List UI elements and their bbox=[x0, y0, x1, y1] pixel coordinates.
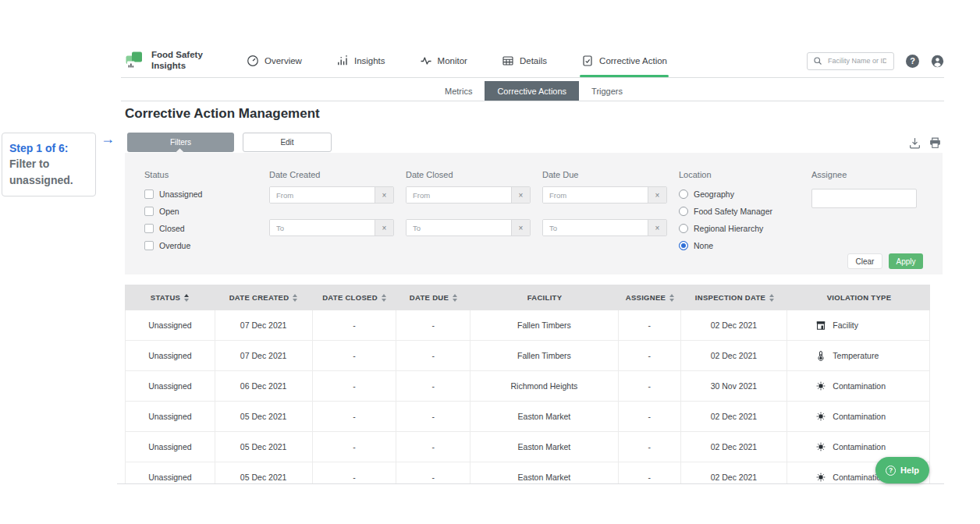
column-header-facility: FACILITY bbox=[470, 293, 619, 302]
column-header-assignee[interactable]: ASSIGNEE bbox=[619, 293, 681, 302]
status-option-closed[interactable]: Closed bbox=[144, 223, 202, 234]
gauge-icon bbox=[247, 55, 259, 67]
table-row[interactable]: Unassigned06 Dec 2021--Richmond Heights-… bbox=[125, 371, 930, 402]
cell-value: - bbox=[431, 442, 435, 451]
to-date-input[interactable] bbox=[543, 220, 648, 235]
table-row[interactable]: Unassigned05 Dec 2021--Easton Market-02 … bbox=[125, 462, 930, 483]
apply-button[interactable]: Apply bbox=[889, 253, 923, 269]
cell-date_closed: - bbox=[313, 432, 397, 462]
location-option-food-safety-manager[interactable]: Food Safety Manager bbox=[679, 206, 772, 217]
to-date-input-group: × bbox=[406, 219, 531, 236]
clear-date-icon[interactable]: × bbox=[511, 220, 530, 235]
column-header-inspection-date[interactable]: INSPECTION DATE bbox=[681, 293, 788, 302]
table-row[interactable]: Unassigned05 Dec 2021--Easton Market-02 … bbox=[125, 432, 930, 462]
subtab-divider bbox=[121, 101, 944, 101]
from-date-input[interactable] bbox=[270, 187, 375, 203]
pulse-icon bbox=[420, 55, 432, 67]
assignee-input[interactable] bbox=[811, 189, 917, 208]
sort-icon bbox=[293, 294, 297, 302]
step-label: Step 1 of 6: bbox=[9, 142, 68, 154]
date-filter-label: Date Closed bbox=[406, 170, 531, 179]
location-option-regional-hierarchy[interactable]: Regional Hierarchy bbox=[679, 223, 772, 234]
food-safety-logo bbox=[125, 51, 145, 71]
checkbox-unassigned[interactable] bbox=[144, 189, 154, 199]
date-filter-group-date-due: Date Due×× bbox=[542, 170, 667, 236]
status-option-open[interactable]: Open bbox=[144, 206, 202, 217]
column-header-label: VIOLATION TYPE bbox=[827, 293, 892, 302]
date-filter-group-date-closed: Date Closed×× bbox=[406, 170, 531, 236]
to-date-input[interactable] bbox=[407, 220, 511, 235]
nav-item-label: Insights bbox=[354, 56, 385, 66]
clear-date-icon[interactable]: × bbox=[375, 187, 393, 203]
clear-button[interactable]: Clear bbox=[847, 253, 882, 269]
cell-date_due: - bbox=[396, 432, 470, 462]
clear-date-icon[interactable]: × bbox=[648, 187, 666, 203]
cell-value: - bbox=[431, 381, 435, 391]
table-row[interactable]: Unassigned07 Dec 2021--Fallen Timbers-02… bbox=[125, 310, 930, 341]
checkbox-closed[interactable] bbox=[144, 224, 154, 233]
cell-date_closed: - bbox=[313, 462, 397, 483]
nav-item-details[interactable]: Details bbox=[502, 44, 547, 77]
status-option-unassigned[interactable]: Unassigned bbox=[144, 189, 202, 200]
nav-item-monitor[interactable]: Monitor bbox=[420, 44, 467, 77]
radio-geography[interactable] bbox=[679, 189, 688, 199]
print-icon[interactable] bbox=[929, 136, 942, 150]
radio-food-safety-manager[interactable] bbox=[679, 207, 688, 216]
cell-value: Unassigned bbox=[148, 473, 191, 482]
nav-item-overview[interactable]: Overview bbox=[247, 44, 302, 77]
cell-value: 05 Dec 2021 bbox=[240, 473, 287, 482]
cell-date_due: - bbox=[396, 371, 470, 401]
cell-status: Unassigned bbox=[126, 310, 215, 340]
checkbox-overdue[interactable] bbox=[144, 241, 154, 250]
cell-date_due: - bbox=[396, 402, 470, 431]
clear-date-icon[interactable]: × bbox=[511, 187, 530, 203]
column-header-status[interactable]: STATUS bbox=[125, 293, 215, 302]
column-header-date-due[interactable]: DATE DUE bbox=[396, 293, 470, 302]
user-icon[interactable] bbox=[931, 55, 944, 68]
sort-icon bbox=[669, 294, 674, 302]
cell-value: - bbox=[353, 473, 356, 482]
status-option-overdue[interactable]: Overdue bbox=[144, 240, 202, 251]
bar-chart-icon bbox=[336, 55, 349, 67]
radio-regional-hierarchy[interactable] bbox=[679, 224, 688, 233]
download-icon[interactable] bbox=[908, 136, 921, 150]
edit-button[interactable]: Edit bbox=[243, 133, 332, 152]
cell-facility: Fallen Timbers bbox=[470, 341, 619, 370]
help-button-label: Help bbox=[900, 466, 919, 475]
help-button[interactable]: ? Help bbox=[875, 457, 929, 483]
cell-value: - bbox=[431, 412, 435, 421]
cell-value: - bbox=[353, 381, 356, 391]
clear-date-icon[interactable]: × bbox=[648, 220, 666, 235]
facility-search[interactable] bbox=[807, 52, 894, 70]
location-option-none[interactable]: None bbox=[679, 240, 772, 251]
from-date-input[interactable] bbox=[543, 187, 648, 203]
column-header-date-closed[interactable]: DATE CLOSED bbox=[312, 293, 396, 302]
cell-value: 07 Dec 2021 bbox=[240, 351, 287, 360]
column-header-date-created[interactable]: DATE CREATED bbox=[215, 293, 312, 302]
location-option-geography[interactable]: Geography bbox=[679, 189, 772, 200]
help-circle-icon[interactable]: ? bbox=[906, 55, 919, 68]
subtab-corrective-actions[interactable]: Corrective Actions bbox=[485, 81, 579, 101]
clear-date-icon[interactable]: × bbox=[375, 220, 393, 235]
nav-item-corrective-action[interactable]: Corrective Action bbox=[581, 44, 667, 77]
table-row[interactable]: Unassigned05 Dec 2021--Easton Market-02 … bbox=[125, 402, 930, 432]
violation-label: Temperature bbox=[833, 351, 879, 360]
to-date-input[interactable] bbox=[270, 220, 375, 235]
cell-date_closed: - bbox=[313, 402, 397, 431]
checkbox-label: Unassigned bbox=[159, 189, 202, 199]
checkbox-label: Open bbox=[159, 207, 179, 216]
toolbar: Filters Edit bbox=[127, 133, 332, 152]
table-row[interactable]: Unassigned07 Dec 2021--Fallen Timbers-02… bbox=[125, 341, 930, 371]
cell-date_closed: - bbox=[313, 310, 397, 340]
cell-date_created: 07 Dec 2021 bbox=[215, 310, 313, 340]
search-input[interactable] bbox=[826, 56, 888, 66]
brand-name: Food Safety Insights bbox=[151, 50, 203, 72]
subtab-metrics[interactable]: Metrics bbox=[432, 81, 485, 101]
from-date-input[interactable] bbox=[407, 187, 511, 203]
radio-none[interactable] bbox=[679, 241, 688, 250]
checkbox-open[interactable] bbox=[144, 207, 154, 216]
cell-status: Unassigned bbox=[126, 432, 215, 462]
cell-inspection_date: 02 Dec 2021 bbox=[681, 341, 788, 370]
nav-item-insights[interactable]: Insights bbox=[336, 44, 385, 77]
subtab-triggers[interactable]: Triggers bbox=[579, 81, 635, 101]
